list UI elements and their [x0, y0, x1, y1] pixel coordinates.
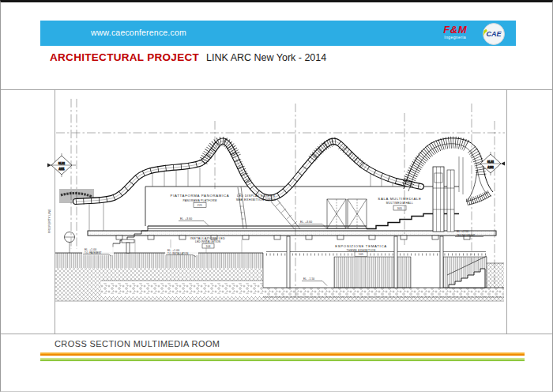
main-floor-slab — [88, 231, 496, 253]
label-el360-left: EL. +3.60 — [180, 217, 192, 220]
tiered-steps — [367, 214, 459, 229]
label-panorama-platform-it: PIATTAFORMA PANORAMICA — [171, 194, 230, 198]
label-led-installation-num: 104 — [206, 245, 211, 248]
label-el250-1: EL. +2.50 — [457, 230, 468, 233]
label-el360-right: EL. +3.60 — [300, 220, 312, 224]
website-link[interactable]: www.caeconference.com — [91, 28, 186, 37]
label-theme-exhibition-en: THEME EXHIBITION — [347, 249, 376, 252]
slide: www.caeconference.com F&M Ingegneria CAE… — [0, 0, 553, 392]
section-marker-left: 04.02 A211 — [47, 153, 76, 177]
label-led-installation-en: LED INSTALLATION — [195, 240, 220, 243]
label-el100-installation-2: T.O. INSTALLATION — [167, 252, 188, 255]
roof-section — [76, 141, 421, 202]
slide-caption: CROSS SECTION MULTIMEDIA ROOM — [55, 339, 220, 349]
marker-right-detail: 01.02 — [487, 160, 494, 164]
label-property-line: PROPERTY LINE — [48, 209, 51, 233]
fm-logo-text: F&M — [443, 24, 467, 35]
label-el100-pavement-2: T.O. PAVEMENT — [85, 251, 102, 254]
label-multimedia-hall-num: 305 — [397, 207, 403, 210]
label-panorama-platform-num: 221 — [198, 204, 203, 207]
marker-left-sheet: A211 — [58, 168, 64, 171]
label-panorama-platform-en: PANORAMA PLATFORM — [182, 199, 216, 202]
led-display-screen — [238, 187, 300, 229]
fm-logo-subtext: Ingegneria — [443, 36, 467, 40]
title-main: ARCHITECTURAL PROJECT — [50, 51, 199, 63]
marker-right-sheet: A202 — [487, 166, 494, 169]
fm-ingegneria-logo: F&M Ingegneria — [443, 24, 467, 40]
label-led-screen-2: SEE EXHIBITION DWGS — [236, 198, 276, 202]
slide-title: ARCHITECTURAL PROJECTLINK ARC New York -… — [50, 50, 326, 64]
label-led-screen-1: LED DISPLAY SCREEN — [237, 194, 275, 198]
ground-section — [55, 253, 504, 301]
label-el250-2: CEILING HEIGHT — [457, 234, 475, 237]
cae-logo: CAE — [483, 23, 505, 45]
footer-bar-green — [40, 358, 525, 361]
label-multimedia-hall-en: MULTIMEDIA HALL — [386, 202, 413, 205]
multimedia-hall-interior — [327, 156, 463, 232]
cae-logo-text: CAE — [486, 30, 501, 38]
marker-left-detail: 04.02 — [58, 162, 65, 165]
label-multimedia-hall-it: SALA MULTIMEDIALE — [378, 197, 421, 201]
label-theme-exhibition-it: ESPOSIZIONE TEMATICA — [335, 244, 387, 248]
header-bar: www.caeconference.com F&M Ingegneria CAE — [40, 21, 516, 46]
cross-section-drawing: 04.02 A211 01.02 A202 PIATTAFORMA PANORA… — [1, 85, 553, 338]
label-el-minus150: EL. -1.50 — [303, 277, 314, 281]
column-marker — [65, 232, 75, 254]
title-sub: LINK ARC New York - 2014 — [206, 52, 326, 63]
footer-bar-orange — [40, 352, 525, 356]
label-theme-exhibition-num: 105 — [359, 253, 364, 256]
